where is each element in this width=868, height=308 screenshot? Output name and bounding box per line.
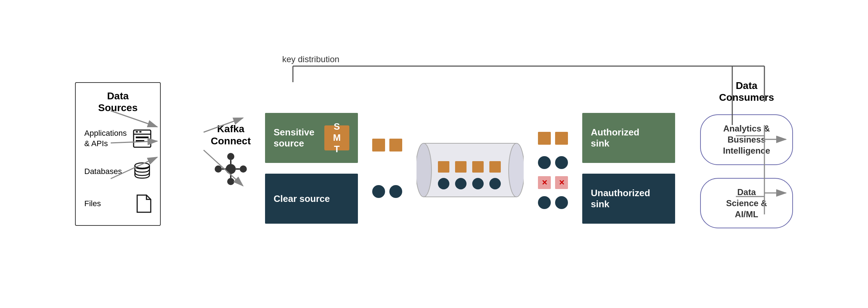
pink-x-1: ✕ xyxy=(538,176,551,189)
svg-rect-17 xyxy=(136,131,138,133)
app-icon xyxy=(133,129,151,148)
data-flow-right: ✕ ✕ xyxy=(538,128,568,209)
smt-label: SMT xyxy=(333,121,341,155)
cylinder-svg xyxy=(416,125,524,211)
sensitive-source-box: Sensitivesource SMT xyxy=(265,113,358,163)
svg-point-38 xyxy=(438,178,449,189)
right-auth-circle-1 xyxy=(538,156,551,169)
source-item-databases: Databases xyxy=(84,157,151,186)
right-unauth-x: ✕ ✕ xyxy=(538,176,568,189)
consumer-datascience: DataScience &AI/ML xyxy=(700,178,793,229)
svg-rect-18 xyxy=(139,131,141,133)
kafka-connect-section: KafkaConnect xyxy=(211,123,251,185)
clear-source-box: Clear source xyxy=(265,174,358,224)
svg-rect-16 xyxy=(134,134,151,135)
svg-point-21 xyxy=(135,163,150,168)
source-item-files: Files xyxy=(84,189,151,218)
consumers-title: DataConsumers xyxy=(719,80,774,104)
kafka-hub-icon xyxy=(215,153,247,185)
svg-rect-19 xyxy=(136,136,149,138)
svg-rect-34 xyxy=(438,161,449,173)
dark-circle-2 xyxy=(389,185,402,198)
source-label-files: Files xyxy=(84,199,101,209)
right-orange-squares xyxy=(538,128,568,149)
smt-box: SMT xyxy=(324,125,349,150)
consumers-section: DataConsumers Analytics &BusinessIntelli… xyxy=(700,80,793,228)
file-icon xyxy=(136,194,151,213)
right-auth-circles xyxy=(538,156,568,169)
authorized-sink-box: Authorizedsink xyxy=(582,113,675,163)
svg-rect-31 xyxy=(424,143,517,197)
unauthorized-sink-box: Unauthorizedsink xyxy=(582,174,675,224)
sinks-column: Authorizedsink Unauthorizedsink xyxy=(582,113,675,224)
kafka-connect-label: KafkaConnect xyxy=(211,123,251,147)
db-icon xyxy=(133,162,151,181)
data-flow-left xyxy=(372,131,402,206)
svg-rect-20 xyxy=(136,140,144,142)
orange-square-1 xyxy=(372,139,385,151)
svg-point-32 xyxy=(416,143,431,197)
svg-point-25 xyxy=(227,178,234,185)
svg-point-26 xyxy=(215,165,222,173)
right-unauth-circles xyxy=(538,196,568,209)
svg-point-33 xyxy=(509,143,524,197)
svg-point-41 xyxy=(489,178,501,189)
source-label-applications: Applications& APIs xyxy=(84,128,127,149)
data-sources-section: Data Sources Applications& APIs Database… xyxy=(75,82,161,226)
svg-point-24 xyxy=(240,165,247,173)
right-unauth-circle-1 xyxy=(538,196,551,209)
orange-squares-row xyxy=(372,131,402,159)
source-item-applications: Applications& APIs xyxy=(84,123,151,154)
svg-point-39 xyxy=(455,178,467,189)
source-label-databases: Databases xyxy=(84,167,122,177)
dark-circles-row xyxy=(372,177,402,206)
data-sources-title: Data Sources xyxy=(84,90,151,114)
svg-point-23 xyxy=(227,153,234,160)
sources-column: Sensitivesource SMT Clear source xyxy=(265,113,358,224)
pink-x-2: ✕ xyxy=(555,176,568,189)
unauthorized-sink-label: Unauthorizedsink xyxy=(591,188,650,210)
svg-rect-37 xyxy=(489,161,501,173)
sensitive-source-label: Sensitivesource xyxy=(274,127,314,149)
kafka-topic-cylinder xyxy=(416,125,524,211)
clear-source-label: Clear source xyxy=(274,193,330,204)
right-auth-circle-2 xyxy=(555,156,568,169)
svg-rect-15 xyxy=(134,130,151,147)
right-orange-sq-2 xyxy=(555,132,568,145)
svg-point-40 xyxy=(472,178,484,189)
right-unauth-circle-2 xyxy=(555,196,568,209)
svg-rect-35 xyxy=(455,161,467,173)
key-distribution-label: key distribution xyxy=(282,54,339,64)
orange-square-2 xyxy=(389,139,402,151)
svg-point-22 xyxy=(226,164,236,174)
consumer-analytics: Analytics &BusinessIntelligence xyxy=(700,114,793,165)
authorized-sink-label: Authorizedsink xyxy=(591,127,639,149)
dark-circle-1 xyxy=(372,185,385,198)
right-orange-sq-1 xyxy=(538,132,551,145)
svg-rect-36 xyxy=(472,161,484,173)
